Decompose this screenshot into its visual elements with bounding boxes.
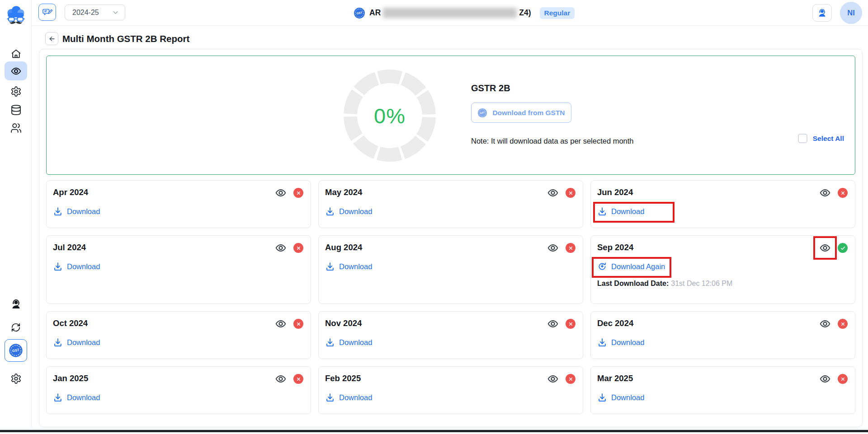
download-again-link[interactable]: Download Again: [597, 261, 665, 271]
month-label: Apr 2024: [53, 187, 88, 198]
download-from-gstn-label: Download from GSTN: [492, 109, 565, 117]
month-label: Jul 2024: [53, 242, 86, 253]
month-label: Nov 2024: [325, 317, 362, 329]
headset-icon: [817, 8, 827, 18]
download-icon: [325, 392, 335, 402]
database-icon: [10, 104, 22, 116]
preview-eye-icon[interactable]: [547, 318, 559, 330]
app-logo: [4, 2, 28, 25]
month-card-feb-2025: Feb 2025 Download: [318, 366, 583, 414]
download-link[interactable]: Download: [325, 261, 372, 271]
preview-eye-icon[interactable]: [275, 318, 287, 330]
window-bottom-edge: [0, 430, 868, 432]
company-name-prefix: AR: [369, 8, 381, 18]
download-label: Download: [67, 262, 100, 271]
select-all-control: Select All: [798, 134, 844, 143]
back-button[interactable]: [45, 32, 58, 45]
preview-eye-icon[interactable]: [275, 187, 287, 199]
preview-eye-icon[interactable]: [819, 318, 831, 330]
progress-percent: 0%: [343, 69, 437, 163]
preview-eye-icon[interactable]: [547, 373, 559, 385]
download-icon: [53, 206, 63, 216]
user-avatar[interactable]: NI: [840, 2, 862, 24]
month-label: Oct 2024: [53, 317, 88, 329]
gear-icon: [10, 373, 22, 384]
download-icon: [325, 337, 335, 347]
sidebar-item-data[interactable]: [5, 103, 27, 117]
select-all-checkbox[interactable]: [798, 134, 807, 143]
arrow-left-icon: [48, 35, 56, 42]
last-download-date: Last Download Date:31st Dec 12:06 PM: [597, 280, 849, 288]
status-error-icon: [566, 188, 576, 198]
sidebar-item-clients[interactable]: [5, 121, 27, 135]
sidebar-item-sync[interactable]: [5, 322, 27, 333]
last-download-value: 31st Dec 12:06 PM: [671, 280, 732, 287]
gst-badge-icon: [9, 343, 23, 358]
download-from-gstn-button[interactable]: Download from GSTN: [471, 103, 571, 123]
month-card-jul-2024: Jul 2024 Download: [46, 235, 311, 304]
company-header: AR Z4) Regular: [354, 0, 575, 26]
eye-icon: [10, 65, 22, 77]
download-link[interactable]: Download: [325, 392, 372, 402]
month-label: May 2024: [325, 187, 362, 198]
preview-eye-icon[interactable]: [275, 373, 287, 385]
summary-note: Note: It will download data as per selec…: [471, 137, 634, 145]
page-title: Multi Month GSTR 2B Report: [62, 32, 189, 45]
sidebar-item-reports[interactable]: [5, 61, 27, 80]
month-card-jan-2025: Jan 2025 Download: [46, 366, 311, 414]
summary-heading: GSTR 2B: [471, 82, 634, 94]
status-error-icon: [293, 243, 303, 253]
status-error-icon: [293, 319, 303, 329]
download-icon: [325, 261, 335, 271]
download-link[interactable]: Download: [597, 206, 644, 216]
download-link[interactable]: Download: [325, 206, 372, 216]
preview-eye-icon[interactable]: [819, 187, 831, 199]
sidebar-item-home[interactable]: [5, 47, 27, 61]
preview-eye-icon[interactable]: [547, 187, 559, 199]
preview-eye-icon[interactable]: [819, 373, 831, 385]
month-card-nov-2024: Nov 2024 Download: [318, 311, 583, 359]
preview-eye-icon[interactable]: [275, 242, 287, 254]
company-name: AR Z4): [369, 8, 531, 18]
download-link[interactable]: Download: [53, 206, 100, 216]
company-name-suffix: Z4): [519, 8, 531, 18]
download-again-icon: [597, 261, 607, 271]
home-icon: [10, 48, 22, 60]
status-error-icon: [566, 374, 576, 384]
sidebar-item-support[interactable]: [5, 298, 27, 310]
month-label: Dec 2024: [597, 317, 633, 329]
download-link[interactable]: Download: [325, 337, 372, 347]
download-label: Download: [611, 207, 644, 216]
download-link[interactable]: Download: [53, 261, 100, 271]
select-all-label: Select All: [813, 135, 844, 143]
download-link[interactable]: Download: [53, 337, 100, 347]
month-card-jun-2024: Jun 2024 Download: [590, 180, 855, 228]
preview-eye-icon[interactable]: [547, 242, 559, 254]
sidebar: [0, 0, 32, 428]
message-edit-icon: [42, 7, 53, 18]
gst-badge-icon: [477, 108, 487, 118]
month-card-sep-2024: Sep 2024 Download Again Last Download Da…: [590, 235, 855, 304]
month-label: Jan 2025: [53, 373, 88, 384]
sidebar-item-gst[interactable]: [5, 339, 27, 362]
preview-eye-icon[interactable]: [819, 242, 831, 254]
download-link[interactable]: Download: [597, 337, 644, 347]
sidebar-item-preferences[interactable]: [5, 372, 27, 385]
download-link[interactable]: Download: [53, 392, 100, 402]
financial-year-select[interactable]: 2024-25: [65, 5, 125, 20]
download-link[interactable]: Download: [597, 392, 644, 402]
download-icon: [597, 206, 607, 216]
status-error-icon: [838, 188, 848, 198]
month-card-apr-2024: Apr 2024 Download: [46, 180, 311, 228]
download-icon: [53, 392, 63, 402]
status-error-icon: [293, 374, 303, 384]
download-icon: [325, 206, 335, 216]
download-label: Download: [339, 393, 372, 402]
sidebar-item-settings[interactable]: [5, 84, 27, 98]
download-label: Download: [339, 262, 372, 271]
app-window: 2024-25 AR Z4) Regular NI Multi Month GS…: [0, 0, 868, 434]
download-label: Download: [611, 393, 644, 402]
support-button[interactable]: [812, 4, 832, 22]
feedback-button[interactable]: [38, 4, 56, 21]
chevron-down-icon: [112, 9, 119, 16]
